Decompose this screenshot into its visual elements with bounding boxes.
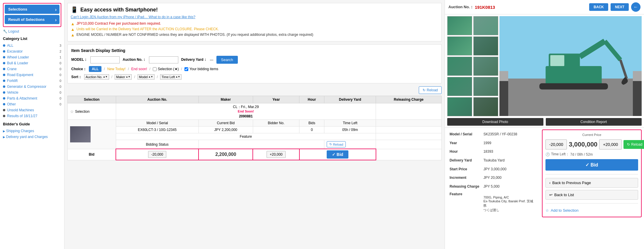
category-item[interactable]: Bull & Loader0 bbox=[3, 60, 61, 66]
thumb-2[interactable] bbox=[447, 36, 472, 55]
right-bid-submit-button[interactable]: ✓ Bid bbox=[545, 159, 638, 171]
guide-item[interactable]: Delivery yard and Charges bbox=[3, 134, 61, 140]
back-nav-button[interactable]: BACK bbox=[589, 3, 608, 11]
your-bidding-checkbox[interactable] bbox=[184, 67, 188, 71]
subh-bids: Bids bbox=[299, 120, 324, 127]
right-bid-minus-button[interactable]: -20,000 bbox=[545, 139, 567, 149]
new-today-link[interactable]: New Today! bbox=[107, 67, 126, 71]
condition-report-button[interactable]: Condition Report bbox=[546, 118, 642, 126]
sort-time-button[interactable]: Time Left ▲▼ bbox=[160, 74, 182, 80]
choice-row: Choice： ALL / New Today! / End soon! / S… bbox=[71, 66, 438, 72]
bid-row: Bid -20,000 2,200,000 +20,000 ✓ Bid bbox=[68, 149, 442, 160]
sort-maker-button[interactable]: Maker ▲▼ bbox=[115, 74, 132, 80]
results-link-item[interactable]: Results of 18/11/27 bbox=[3, 113, 61, 119]
col-releasing-charge: Releasing Charge bbox=[376, 96, 442, 103]
your-bidding-check-label[interactable]: Your bidding items bbox=[184, 67, 218, 71]
subh-model: Model / Serial bbox=[116, 120, 199, 127]
auction-no-input[interactable] bbox=[149, 56, 178, 63]
year-label: Year bbox=[448, 139, 481, 147]
check-icon: ✓ bbox=[332, 152, 335, 157]
add-to-selection-button[interactable]: ☆ Add to Selection bbox=[545, 207, 638, 214]
subh-time-left: Time Left bbox=[324, 120, 376, 127]
unsold-machines-item[interactable]: Unsold Machines bbox=[3, 107, 61, 113]
reload-button[interactable]: ↻ Reload bbox=[419, 86, 442, 94]
thumb-9[interactable] bbox=[473, 77, 498, 96]
category-item[interactable]: Road Equipment0 bbox=[3, 72, 61, 78]
thumb-3[interactable] bbox=[447, 57, 472, 76]
guide-item[interactable]: Shipping Charges bbox=[3, 128, 61, 134]
download-photo-button[interactable]: Download Photo bbox=[447, 118, 543, 126]
right-bid-plus-button[interactable]: +20,000 bbox=[599, 139, 622, 149]
detail-row-hour: Hour 18393 bbox=[448, 147, 538, 156]
thumb-8[interactable] bbox=[473, 57, 498, 76]
right-reload-button[interactable]: ↻ Reload bbox=[623, 140, 644, 149]
star-icon-selection: ☆ bbox=[545, 208, 549, 213]
bid-amount-display: 2,200,000 bbox=[214, 152, 238, 157]
choice-all-button[interactable]: ALL bbox=[89, 66, 101, 72]
thumb-4[interactable] bbox=[447, 77, 472, 96]
notice-2: ▲ Units will be Carried in the Delivery … bbox=[71, 27, 438, 32]
sort-auction-no-button[interactable]: Auction No. ▲▼ bbox=[84, 74, 109, 80]
main-photo-area bbox=[499, 16, 642, 116]
category-item[interactable]: Generator & Compressor0 bbox=[3, 84, 61, 90]
table-header-row: Selection Auction No. Maker Year Hour De… bbox=[68, 96, 442, 103]
bid-minus-button[interactable]: -20,000 bbox=[148, 151, 167, 158]
img-cell bbox=[68, 120, 116, 149]
feature-label-detail: Feature bbox=[448, 191, 481, 217]
selection-check-label[interactable]: Selection (★) bbox=[153, 67, 179, 71]
end-soon-link[interactable]: End soon! bbox=[131, 67, 147, 71]
bidding-reload-cell: ↻ Reload bbox=[324, 140, 376, 149]
sort-model-button[interactable]: Model ▲▼ bbox=[138, 74, 155, 80]
back-previous-page-button[interactable]: ‹ Back to Previous Page bbox=[545, 178, 638, 188]
reload-icon: ↻ bbox=[423, 88, 426, 92]
bidding-status-empty bbox=[199, 140, 324, 149]
category-item[interactable]: Crane0 bbox=[3, 66, 61, 72]
category-item[interactable]: Wheel Loader1 bbox=[3, 54, 61, 60]
auction-no-label: Auction No.： bbox=[123, 57, 146, 62]
bid-plus-button[interactable]: +20,000 bbox=[267, 151, 286, 158]
svg-rect-5 bbox=[539, 83, 608, 89]
banner-link[interactable]: Can't Login JEN Auction from my iPhone /… bbox=[71, 15, 438, 19]
nav-buttons: BACK NEXT ← bbox=[589, 2, 640, 12]
category-item[interactable]: Excavator2 bbox=[3, 48, 61, 54]
bid-submit-button[interactable]: ✓ Bid bbox=[327, 150, 348, 159]
thumb-6[interactable] bbox=[473, 16, 498, 35]
thumb-10[interactable] bbox=[473, 97, 498, 116]
excavator-svg bbox=[499, 16, 642, 116]
back-circle-button[interactable]: ← bbox=[631, 2, 640, 12]
col-maker: Maker bbox=[199, 96, 253, 103]
logout-link[interactable]: Logout bbox=[3, 29, 61, 33]
sep2: / bbox=[128, 67, 129, 71]
category-item[interactable]: Vehicle0 bbox=[3, 90, 61, 95]
start-price-label: Start Price bbox=[448, 165, 481, 173]
auction-no-display: Auction No.： 191K0813 bbox=[448, 4, 495, 10]
sort-label: Sort： bbox=[71, 75, 82, 80]
selections-button[interactable]: Selections bbox=[5, 5, 60, 14]
col-hour: Hour bbox=[299, 96, 324, 103]
result-of-selections-button[interactable]: Result of Selections bbox=[5, 15, 60, 24]
results-table: Selection Auction No. Maker Year Hour De… bbox=[67, 96, 442, 160]
table-data-row: EX60LCT-3 / 10G-12345 JPY 2,200,000 0 05… bbox=[68, 127, 442, 133]
current-price-title: Current Price bbox=[545, 133, 638, 137]
category-item[interactable]: Forklift0 bbox=[3, 78, 61, 84]
thumb-5[interactable] bbox=[447, 97, 472, 116]
star-icon[interactable]: ☆ bbox=[70, 109, 74, 114]
sidebar-buttons-wrapper: Selections Result of Selections bbox=[3, 3, 61, 27]
subh-current-bid: Current Bid bbox=[199, 120, 253, 127]
bidding-status-row: Bidding Status ↻ Reload bbox=[68, 140, 442, 149]
back-list-button[interactable]: ↩ Back to List bbox=[545, 190, 638, 200]
model-input[interactable] bbox=[90, 56, 120, 63]
search-button[interactable]: Search bbox=[216, 56, 238, 64]
main-photo[interactable] bbox=[499, 16, 642, 116]
thumb-1[interactable] bbox=[447, 16, 472, 35]
category-item[interactable]: ALL3 bbox=[3, 43, 61, 48]
detail-row-releasing: Releasing Charge JPY 5,000 bbox=[448, 182, 538, 191]
search-title: Item Search Display Setting bbox=[71, 48, 438, 53]
bidding-reload-button[interactable]: ↻ Reload bbox=[327, 141, 346, 147]
next-nav-button[interactable]: NEXT bbox=[611, 3, 629, 11]
thumb-7[interactable] bbox=[473, 36, 498, 55]
category-item[interactable]: Parts & Attachment0 bbox=[3, 95, 61, 101]
selection-checkbox[interactable] bbox=[153, 67, 157, 71]
thumbnails-column-2 bbox=[473, 16, 498, 116]
category-item[interactable]: Other0 bbox=[3, 101, 61, 107]
